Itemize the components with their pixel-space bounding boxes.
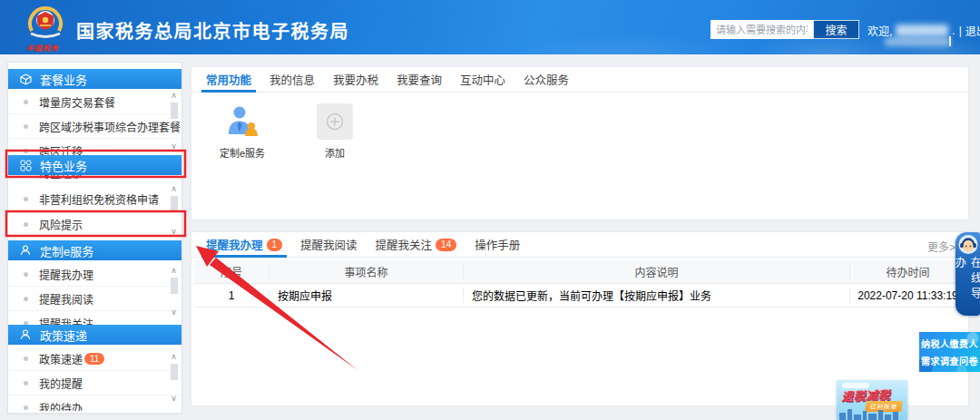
section-title: 套餐业务 xyxy=(40,71,87,88)
cell-seq: 1 xyxy=(194,289,270,302)
more-link[interactable]: 更多> xyxy=(927,239,956,254)
policy-badge: 11 xyxy=(84,353,104,365)
scroll-down-icon[interactable]: ∨ xyxy=(171,394,177,403)
section-title: 政策速递 xyxy=(40,327,87,344)
scroll-up-icon[interactable]: ∧ xyxy=(171,352,177,361)
scroll-thumb[interactable] xyxy=(171,364,178,380)
remind-follow-badge: 14 xyxy=(436,239,456,251)
bullet-icon xyxy=(24,222,28,227)
sidebar-item-my-todo[interactable]: 我的待办 xyxy=(8,396,181,411)
emblem-graphic xyxy=(24,3,66,43)
sidebar-item-risk-notice[interactable]: 风险提示 xyxy=(8,213,181,237)
functions-panel: 常用功能 我的信息 我要办税 我要查询 互动中心 公众服务 定制e服务 添 xyxy=(191,66,969,220)
scroll-up-icon[interactable]: ∧ xyxy=(171,184,177,193)
survey-line2: 需求调查问卷 xyxy=(919,353,980,370)
cell-item: 按期应申报 xyxy=(270,288,464,303)
tab-remind-handle[interactable]: 提醒我办理 1 xyxy=(205,232,283,258)
sidebar-section-special[interactable]: 特色业务 xyxy=(8,155,181,175)
section-title: 定制e服务 xyxy=(40,242,93,259)
col-header-seq: 序号 xyxy=(194,264,270,279)
tab-manual[interactable]: 操作手册 xyxy=(474,232,521,258)
person-icon xyxy=(20,329,33,340)
online-guide-widget[interactable]: 在线导办 xyxy=(956,232,980,316)
table-row[interactable]: 1 按期应申报 您的数据已更新，当前可办理【按期应申报】业务 2022-07-2… xyxy=(194,284,965,308)
add-icon xyxy=(317,103,353,140)
remind-handle-badge: 1 xyxy=(267,239,283,251)
reminders-tabbar: 提醒我办理 1 提醒我阅读 提醒我关注 14 操作手册 更多> xyxy=(191,232,968,258)
grid-icon xyxy=(20,160,33,171)
scrollbar: ∧ ∨ xyxy=(169,184,179,236)
sidebar-section-package[interactable]: 套餐业务 xyxy=(8,69,181,89)
tax-bureau-emblem-icon: 中国税务 xyxy=(20,3,71,54)
bullet-icon xyxy=(24,405,28,410)
scroll-down-icon[interactable]: ∨ xyxy=(171,142,177,151)
shortcut-add[interactable]: 添加 xyxy=(306,103,364,160)
survey-banner[interactable]: 纳税人缴费人 需求调查问卷 xyxy=(919,332,980,372)
col-header-desc: 内容说明 xyxy=(464,264,850,279)
assistant-avatar-icon xyxy=(957,234,979,255)
blurred-username xyxy=(896,24,948,36)
tab-handle-tax[interactable]: 我要办税 xyxy=(332,67,379,93)
site-title: 国家税务总局北京市电子税务局 xyxy=(76,17,349,44)
sidebar-item-cross-region-move-2[interactable]: 跨区迁移 xyxy=(8,175,181,185)
logout-link[interactable]: 退出 xyxy=(965,23,980,38)
welcome-dot: . xyxy=(952,24,955,37)
bullet-icon xyxy=(24,381,28,386)
sidebar-item-remind-read[interactable]: 提醒我阅读 xyxy=(8,287,181,311)
sidebar-section-custom-eservice[interactable]: 定制e服务 xyxy=(8,240,181,260)
tab-interactive-center[interactable]: 互动中心 xyxy=(459,67,506,93)
tab-remind-read[interactable]: 提醒我阅读 xyxy=(299,232,358,258)
scrollbar: ∧ ∨ xyxy=(169,352,179,403)
welcome-area: 欢迎, . | 退出 xyxy=(867,23,980,38)
separator: | xyxy=(959,24,962,37)
sidebar-item-policy-express[interactable]: 政策速递 11 xyxy=(8,347,181,371)
col-header-time: 待办时间 xyxy=(850,264,965,279)
cell-desc: 您的数据已更新，当前可办理【按期应申报】业务 xyxy=(464,288,850,303)
tab-public-service[interactable]: 公众服务 xyxy=(523,67,570,93)
scroll-thumb[interactable] xyxy=(171,196,178,212)
sidebar-item-cross-region-move[interactable]: 跨区迁移 xyxy=(8,139,181,155)
header-search: 搜索 xyxy=(710,20,859,39)
sidebar-item-nonprofit-exemption[interactable]: 非营利组织免税资格申请 xyxy=(8,187,181,211)
scroll-up-icon[interactable]: ∧ xyxy=(171,91,177,100)
tab-common-functions[interactable]: 常用功能 xyxy=(205,67,252,93)
bullet-icon xyxy=(24,197,28,201)
sidebar-item-remind-handle[interactable]: 提醒我办理 xyxy=(8,262,181,287)
bullet-icon xyxy=(24,100,28,104)
scroll-thumb[interactable] xyxy=(171,103,178,119)
bullet-icon xyxy=(24,297,28,301)
sidebar-item-remind-follow[interactable]: 提醒我关注 xyxy=(8,311,181,325)
scroll-up-icon[interactable]: ∧ xyxy=(171,266,177,275)
table-header-row: 序号 事项名称 内容说明 待办时间 xyxy=(194,260,965,284)
shortcut-custom-eservice[interactable]: 定制e服务 xyxy=(213,103,271,160)
sidebar-item-my-reminders[interactable]: 我的提醒 xyxy=(8,371,181,396)
skyline-graphic xyxy=(837,409,907,420)
sidebar: 套餐业务 增量房交易套餐 跨区域涉税事项综合办理套餐 跨区迁移 ∧ ∨ 特色业务… xyxy=(7,62,182,414)
tab-query[interactable]: 我要查询 xyxy=(396,67,443,93)
blurred-subtext xyxy=(885,37,950,46)
search-button[interactable]: 搜索 xyxy=(813,20,859,39)
sidebar-item-cross-region-package[interactable]: 跨区域涉税事项综合办理套餐 xyxy=(8,114,181,139)
shortcut-list: 定制e服务 添加 xyxy=(191,93,968,160)
scroll-down-icon[interactable]: ∨ xyxy=(171,227,177,236)
scroll-thumb[interactable] xyxy=(171,278,178,294)
survey-line1: 纳税人缴费人 xyxy=(919,336,980,353)
search-input[interactable] xyxy=(710,20,813,39)
bullet-icon xyxy=(24,124,28,129)
main-tabbar: 常用功能 我的信息 我要办税 我要查询 互动中心 公众服务 xyxy=(191,67,968,93)
sidebar-item-incremental-house[interactable]: 增量房交易套餐 xyxy=(8,90,181,114)
bullet-icon xyxy=(24,149,28,153)
scrollbar: ∧ ∨ xyxy=(169,91,179,151)
bullet-icon xyxy=(24,272,28,277)
section-title: 特色业务 xyxy=(40,157,87,174)
scroll-down-icon[interactable]: ∨ xyxy=(171,308,177,317)
tax-refund-banner[interactable]: 退税减税 红利账单 xyxy=(837,380,907,420)
cube-icon xyxy=(20,73,33,85)
sidebar-section-policy-express[interactable]: 政策速递 xyxy=(8,325,181,345)
col-header-item: 事项名称 xyxy=(270,264,464,279)
tab-my-info[interactable]: 我的信息 xyxy=(269,67,316,93)
top-header: 中国税务 国家税务总局北京市电子税务局 搜索 欢迎, . | 退出 xyxy=(0,0,980,54)
welcome-text: 欢迎, xyxy=(867,23,892,38)
tab-remind-follow[interactable]: 提醒我关注 14 xyxy=(375,232,458,258)
blurred-tick xyxy=(949,36,951,46)
